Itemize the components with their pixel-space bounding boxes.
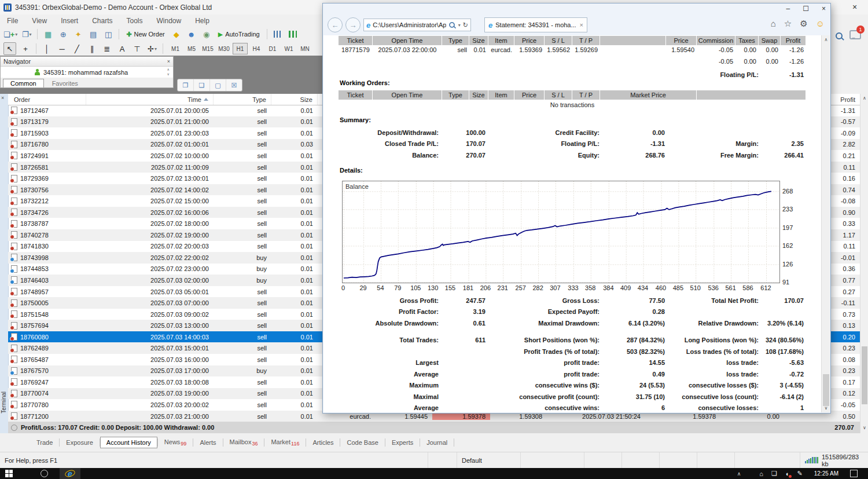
menu-item[interactable]: Help xyxy=(195,17,209,25)
close-icon[interactable]: × xyxy=(822,5,826,13)
timeframe-button[interactable]: D1 xyxy=(265,43,280,54)
navigator-tab[interactable]: Common xyxy=(3,79,44,87)
terminal-tab[interactable]: Articles xyxy=(306,437,340,448)
column-type[interactable]: Type xyxy=(214,94,271,105)
autotrading-button[interactable]: ▶AutoTrading xyxy=(216,28,262,40)
timeframe-button[interactable]: W1 xyxy=(281,43,296,54)
pen-icon[interactable]: ✎ xyxy=(797,470,803,477)
terminal-tab[interactable]: Market116 xyxy=(264,436,306,449)
text-tool[interactable]: A xyxy=(116,43,128,54)
maximize-icon[interactable]: ☐ xyxy=(803,5,809,13)
shapes-tool[interactable]: ✢▾ xyxy=(146,43,158,54)
trendline-tool[interactable]: ╱ xyxy=(71,43,83,54)
taskbar-clock[interactable]: 12:25 AM xyxy=(814,470,838,477)
navigator-account-row[interactable]: 345391: mohammad razafsha ∧∨ xyxy=(1,67,173,78)
column-size[interactable]: Size xyxy=(271,94,318,105)
new-chart-button[interactable]: ❏+▾ xyxy=(3,28,17,40)
timeframe-button[interactable]: M1 xyxy=(168,43,183,54)
column-order[interactable]: Order xyxy=(8,94,86,105)
close-icon[interactable]: × xyxy=(167,58,170,64)
smiley-icon[interactable]: ☺ xyxy=(816,19,825,29)
menu-item[interactable]: View xyxy=(32,17,47,25)
candlestick-chart-icon[interactable] xyxy=(287,28,299,40)
scroll-up-icon[interactable]: ∧ xyxy=(822,37,830,42)
back-icon[interactable]: ← xyxy=(328,17,343,32)
restore-window-icon[interactable]: ❐ xyxy=(178,79,194,91)
taskbar-ie-button[interactable]: e xyxy=(60,468,80,479)
address-bar[interactable]: e C:\Users\Administrator\Ap ▾ ↻ xyxy=(363,19,471,31)
timeframe-button[interactable]: M5 xyxy=(184,43,199,54)
cascade-windows-icon[interactable]: ❏ xyxy=(194,79,210,91)
spinner-icon[interactable]: ∧∨ xyxy=(167,67,170,76)
ie-scrollbar[interactable]: ∧ ∨ xyxy=(821,35,830,412)
tab-close-icon[interactable]: × xyxy=(580,21,583,28)
experts-button[interactable]: ☻ xyxy=(186,28,197,40)
navigator-button[interactable]: ✦ xyxy=(72,28,84,40)
crosshair-tool[interactable]: + xyxy=(20,43,31,54)
column-time[interactable]: Time xyxy=(86,94,214,105)
text-label-tool[interactable]: ⊤ xyxy=(131,43,143,54)
terminal-scrollbar[interactable]: ∧ ∨ xyxy=(860,94,868,433)
menu-item[interactable]: Tools xyxy=(127,17,143,25)
speaker-icon[interactable]: ◖ xyxy=(785,470,789,477)
terminal-tab[interactable]: News99 xyxy=(158,436,193,449)
profiles-button[interactable]: ❐▾ xyxy=(21,28,32,40)
window-tray-icon[interactable]: ❏ xyxy=(771,470,777,477)
terminal-tab[interactable]: Mailbox36 xyxy=(223,436,264,449)
timeframe-button[interactable]: H4 xyxy=(249,43,264,54)
search-icon[interactable] xyxy=(449,22,455,28)
strategy-tester-button[interactable]: ◫ xyxy=(102,28,114,40)
scroll-thumb[interactable] xyxy=(823,374,829,406)
data-window-button[interactable]: ⊕ xyxy=(57,28,69,40)
fibonacci-tool[interactable]: ≣ xyxy=(101,43,113,54)
start-button[interactable] xyxy=(5,470,13,477)
new-order-button[interactable]: ✚New Order xyxy=(124,28,167,40)
terminal-tab[interactable]: Code Base xyxy=(340,437,384,448)
hidden-icons-chevron[interactable]: ∧ xyxy=(737,471,741,477)
scroll-down-icon[interactable]: ∨ xyxy=(860,425,868,430)
settings-gear-icon[interactable]: ⚙ xyxy=(800,19,807,29)
navigator-tab[interactable]: Favorites xyxy=(45,79,85,87)
home-icon[interactable]: ⌂ xyxy=(771,19,776,29)
scroll-thumb[interactable] xyxy=(862,346,867,404)
menu-item[interactable]: File xyxy=(7,17,18,25)
minimize-icon[interactable]: – xyxy=(786,5,790,13)
bar-chart-icon[interactable] xyxy=(272,28,284,40)
channel-tool[interactable]: ∥ xyxy=(86,43,98,54)
chevron-down-icon[interactable]: ▾ xyxy=(458,23,461,28)
search-icon[interactable] xyxy=(836,32,843,39)
status-profile[interactable]: Default xyxy=(457,452,521,468)
menu-item[interactable]: Insert xyxy=(61,17,78,25)
vertical-line-tool[interactable]: │ xyxy=(41,43,53,54)
timeframe-button[interactable]: H1 xyxy=(233,43,248,54)
action-center-icon[interactable] xyxy=(850,470,858,477)
menu-item[interactable]: Charts xyxy=(92,17,112,25)
community-button[interactable]: ◉ xyxy=(201,28,212,40)
scroll-down-icon[interactable]: ∨ xyxy=(822,405,830,411)
maximize-window-icon[interactable]: ▢ xyxy=(210,79,226,91)
scroll-up-icon[interactable]: ∧ xyxy=(860,96,868,101)
terminal-tab[interactable]: Trade xyxy=(30,437,59,448)
terminal-tab[interactable]: Experts xyxy=(385,437,420,448)
terminal-tab[interactable]: Alerts xyxy=(193,437,222,448)
terminal-tab[interactable]: Journal xyxy=(420,437,454,448)
terminal-button[interactable]: ▤ xyxy=(87,28,99,40)
home-tray-icon[interactable]: ⌂ xyxy=(759,470,763,477)
close-window-icon[interactable]: ☒ xyxy=(226,79,242,91)
terminal-tab[interactable]: Exposure xyxy=(60,437,99,448)
metaeditor-button[interactable]: ◆ xyxy=(171,28,182,40)
horizontal-line-tool[interactable]: ─ xyxy=(56,43,68,54)
ie-title-bar[interactable]: – ☐ × xyxy=(323,3,830,16)
menu-item[interactable]: Window xyxy=(157,17,182,25)
close-icon[interactable]: × xyxy=(849,2,860,12)
terminal-tab[interactable]: Account History xyxy=(100,437,157,448)
taskbar-search-icon[interactable] xyxy=(41,470,48,477)
market-watch-button[interactable]: ▦ xyxy=(42,28,54,40)
refresh-icon[interactable]: ↻ xyxy=(463,21,468,29)
timeframe-button[interactable]: MN xyxy=(297,43,312,54)
forward-icon[interactable]: → xyxy=(345,17,361,32)
timeframe-button[interactable]: M30 xyxy=(216,43,231,54)
ie-tab[interactable]: e Statement: 345391 - moha... × xyxy=(484,17,587,32)
favorites-star-icon[interactable]: ☆ xyxy=(784,19,792,29)
timeframe-button[interactable]: M15 xyxy=(200,43,215,54)
